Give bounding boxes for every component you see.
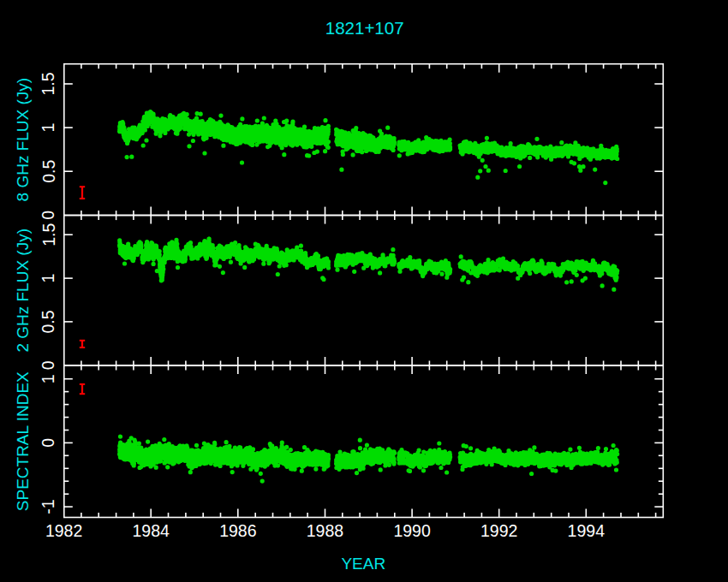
svg-text:1: 1 bbox=[39, 123, 58, 133]
svg-text:0.5: 0.5 bbox=[39, 160, 58, 183]
svg-text:1994: 1994 bbox=[568, 521, 606, 540]
svg-text:1986: 1986 bbox=[219, 521, 256, 540]
svg-text:0: 0 bbox=[39, 438, 58, 448]
svg-text:SPECTRAL INDEX: SPECTRAL INDEX bbox=[14, 371, 32, 511]
svg-text:1821+107: 1821+107 bbox=[325, 18, 404, 38]
svg-text:1: 1 bbox=[39, 374, 58, 383]
svg-text:1984: 1984 bbox=[133, 521, 170, 540]
svg-text:1990: 1990 bbox=[393, 521, 431, 540]
svg-text:0.5: 0.5 bbox=[39, 310, 58, 333]
svg-text:0: 0 bbox=[39, 360, 58, 370]
svg-text:1992: 1992 bbox=[480, 521, 517, 540]
svg-text:1.5: 1.5 bbox=[39, 72, 58, 95]
svg-text:1: 1 bbox=[39, 274, 58, 283]
svg-text:8 GHz FLUX (Jy): 8 GHz FLUX (Jy) bbox=[14, 78, 32, 202]
svg-text:1988: 1988 bbox=[307, 521, 343, 540]
svg-text:1.5: 1.5 bbox=[39, 223, 58, 246]
svg-text:0: 0 bbox=[39, 211, 58, 220]
svg-text:YEAR: YEAR bbox=[341, 555, 385, 573]
svg-text:-1: -1 bbox=[39, 499, 58, 514]
svg-text:2 GHz FLUX (Jy): 2 GHz FLUX (Jy) bbox=[14, 229, 32, 353]
svg-text:1982: 1982 bbox=[45, 521, 82, 540]
